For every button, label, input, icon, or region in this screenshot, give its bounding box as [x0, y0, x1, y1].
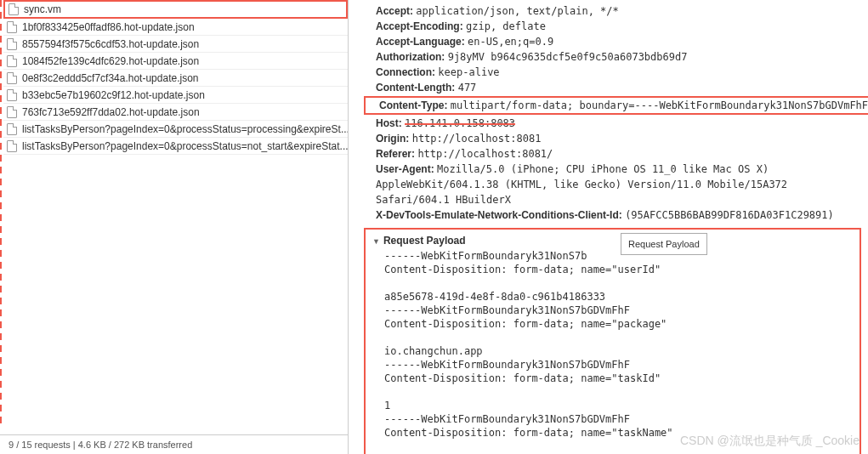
- file-icon: [7, 21, 17, 33]
- headers-panel: Accept: application/json, text/plain, */…: [349, 0, 868, 454]
- header-key: Content-Type:: [379, 99, 447, 111]
- request-name: b33ebc5e7b19602c9f12.hot-update.json: [22, 89, 205, 101]
- request-row[interactable]: 1084f52fe139c4dfc629.hot-update.json: [3, 53, 348, 70]
- request-name: 1bf0f833425e0ffadf86.hot-update.json: [22, 21, 195, 33]
- header-value: keep-alive: [438, 66, 499, 78]
- header-key: User-Agent:: [376, 163, 434, 175]
- header-key: Origin:: [376, 133, 409, 145]
- tooltip: Request Payload: [621, 233, 707, 255]
- request-row[interactable]: 8557594f3f575c6cdf53.hot-update.json: [3, 36, 348, 53]
- header-key: X-DevTools-Emulate-Network-Conditions-Cl…: [376, 209, 622, 221]
- file-icon: [7, 140, 17, 152]
- request-name: 1084f52fe139c4dfc629.hot-update.json: [22, 55, 199, 67]
- payload-body: ------WebKitFormBoundaryk31NonS7b Conten…: [372, 249, 853, 454]
- file-icon: [7, 38, 17, 50]
- request-name: sync.vm: [24, 3, 61, 15]
- payload-title[interactable]: Request Payload: [372, 233, 853, 249]
- file-icon: [7, 106, 17, 118]
- header-value: http://localhost:8081/: [417, 148, 553, 160]
- content-type-highlight: Content-Type: multipart/form-data; bound…: [364, 96, 868, 115]
- request-row[interactable]: 763fc713e592ff7dda02.hot-update.json: [3, 104, 348, 121]
- header-key: Connection:: [376, 66, 435, 78]
- status-bar: 9 / 15 requests | 4.6 KB / 272 KB transf…: [0, 434, 348, 454]
- timeline-marker: [0, 0, 2, 423]
- file-icon: [7, 89, 17, 101]
- request-name: listTasksByPerson?pageIndex=0&processSta…: [22, 123, 348, 135]
- header-value: 116.141.0.158:8083: [405, 116, 515, 131]
- request-name: listTasksByPerson?pageIndex=0&processSta…: [22, 140, 348, 152]
- header-value: 9j8yMV b964c9635dcf5e0f9c50a6073bdb69d7: [448, 51, 688, 63]
- header-key: Content-Length:: [376, 82, 455, 94]
- file-icon: [7, 72, 17, 84]
- request-name: 8557594f3f575c6cdf53.hot-update.json: [22, 38, 199, 50]
- network-request-list: sync.vm 1bf0f833425e0ffadf86.hot-update.…: [0, 0, 349, 454]
- request-name: 763fc713e592ff7dda02.hot-update.json: [22, 106, 200, 118]
- request-row[interactable]: sync.vm: [3, 0, 348, 19]
- header-value: Mozilla/5.0 (iPhone; CPU iPhone OS 11_0 …: [376, 163, 787, 206]
- request-row[interactable]: b33ebc5e7b19602c9f12.hot-update.json: [3, 87, 348, 104]
- request-name: 0e8f3c2eddd5cf7cf34a.hot-update.json: [22, 72, 199, 84]
- header-value: 477: [458, 82, 477, 94]
- file-icon: [7, 55, 17, 67]
- header-value: application/json, text/plain, */*: [416, 5, 618, 17]
- file-icon: [9, 3, 19, 15]
- header-value: gzip, deflate: [466, 20, 546, 32]
- header-key: Accept-Encoding:: [376, 20, 463, 32]
- header-value: multipart/form-data; boundary=----WebKit…: [451, 99, 868, 111]
- header-key: Authorization:: [376, 51, 445, 63]
- header-key: Host:: [376, 117, 402, 129]
- request-row[interactable]: 0e8f3c2eddd5cf7cf34a.hot-update.json: [3, 70, 348, 87]
- header-key: Accept-Language:: [376, 36, 465, 48]
- request-row[interactable]: 1bf0f833425e0ffadf86.hot-update.json: [3, 19, 348, 36]
- file-icon: [7, 123, 17, 135]
- header-value: en-US,en;q=0.9: [468, 36, 553, 48]
- status-text: 9 / 15 requests | 4.6 KB / 272 KB transf…: [9, 440, 192, 450]
- header-value: (95AFCC5BB6BAB99DF816DA03F1C29891): [625, 209, 834, 221]
- request-row[interactable]: listTasksByPerson?pageIndex=0&processSta…: [3, 121, 348, 138]
- header-key: Accept:: [376, 5, 413, 17]
- header-key: Referer:: [376, 148, 415, 160]
- request-row[interactable]: listTasksByPerson?pageIndex=0&processSta…: [3, 138, 348, 155]
- header-value: http://localhost:8081: [412, 133, 542, 145]
- request-payload-section: Request Payload Request Payload ------We…: [364, 228, 861, 454]
